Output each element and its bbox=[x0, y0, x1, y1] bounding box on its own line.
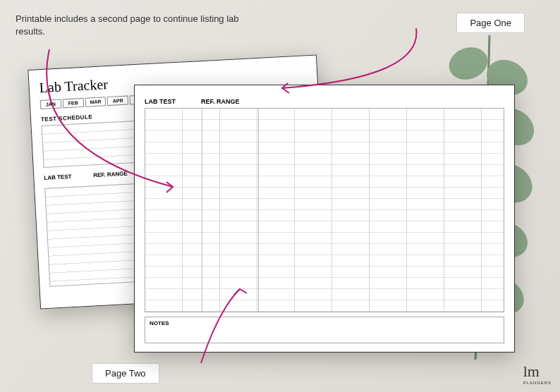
col-ref-range: REF. RANGE bbox=[93, 170, 135, 178]
month-cell: APR bbox=[107, 96, 128, 106]
brand-logo: lm PLANNERS bbox=[523, 362, 552, 385]
col-lab-test: LAB TEST bbox=[44, 172, 93, 181]
notes-section: NOTES bbox=[145, 317, 504, 343]
svg-point-0 bbox=[444, 42, 492, 85]
notes-label: NOTES bbox=[150, 320, 499, 326]
page-one-badge: Page One bbox=[456, 13, 525, 33]
brand-word: PLANNERS bbox=[523, 381, 552, 385]
page-two-badge: Page Two bbox=[92, 363, 159, 384]
month-cell: JAN bbox=[40, 99, 61, 110]
page-two-headers: LAB TEST REF. RANGE bbox=[145, 95, 504, 108]
brand-initials: lm bbox=[523, 362, 540, 380]
col-ref-range: REF. RANGE bbox=[201, 98, 257, 105]
month-cell: FEB bbox=[62, 98, 83, 109]
page-two-grid bbox=[145, 108, 504, 312]
col-lab-test: LAB TEST bbox=[145, 98, 201, 105]
product-caption: Printable includes a second page to cont… bbox=[16, 13, 241, 38]
page-two-sheet: LAB TEST REF. RANGE NOTES bbox=[134, 85, 515, 353]
month-cell: MAR bbox=[85, 97, 106, 107]
